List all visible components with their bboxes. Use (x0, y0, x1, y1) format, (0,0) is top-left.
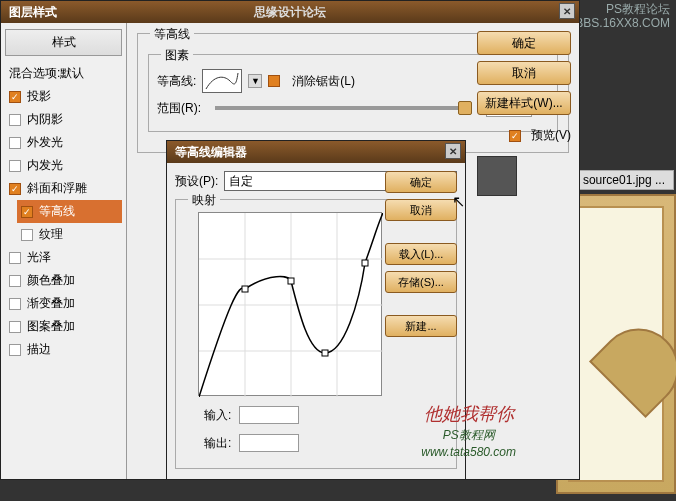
checkbox-icon[interactable] (9, 137, 21, 149)
checkbox-icon[interactable] (9, 114, 21, 126)
checkbox-icon[interactable] (9, 183, 21, 195)
sidebar-item-gradient-overlay[interactable]: 渐变叠加 (5, 292, 122, 315)
input-field[interactable] (239, 406, 299, 424)
document-tab-label: source01.jpg ... (583, 173, 665, 187)
sidebar-header[interactable]: 样式 (5, 29, 122, 56)
close-icon[interactable]: ✕ (445, 143, 461, 159)
checkbox-icon[interactable] (9, 160, 21, 172)
ce-save-button[interactable]: 存储(S)... (385, 271, 457, 293)
contour-editor-buttons: 确定 取消 载入(L)... 存储(S)... 新建... (385, 171, 457, 337)
watermark-top-right: PS教程论坛 BBS.16XX8.COM (575, 2, 670, 31)
ce-new-button[interactable]: 新建... (385, 315, 457, 337)
contour-label: 等高线: (157, 73, 196, 90)
sidebar-item-satin[interactable]: 光泽 (5, 246, 122, 269)
checkbox-icon[interactable] (9, 91, 21, 103)
contour-editor-title: 等高线编辑器 (175, 144, 247, 161)
layer-style-title: 图层样式 (9, 4, 57, 21)
mapping-label: 映射 (188, 192, 220, 209)
sidebar-item-stroke[interactable]: 描边 (5, 338, 122, 361)
panel-group-title: 等高线 (150, 26, 194, 43)
elements-title: 图素 (161, 47, 193, 64)
layer-style-buttons: 确定 取消 新建样式(W)... 预览(V) (477, 31, 571, 196)
styles-sidebar: 样式 混合选项:默认 投影 内阴影 外发光 内发光 斜面和浮雕 等高线 纹理 光… (1, 23, 127, 479)
ce-cancel-button[interactable]: 取消 (385, 199, 457, 221)
background-inner (568, 206, 664, 482)
svg-rect-8 (322, 350, 328, 356)
range-slider[interactable] (215, 106, 472, 110)
close-icon[interactable]: ✕ (559, 3, 575, 19)
new-style-button[interactable]: 新建样式(W)... (477, 91, 571, 115)
preset-label: 预设(P): (175, 173, 218, 190)
sidebar-item-bevel-emboss[interactable]: 斜面和浮雕 (5, 177, 122, 200)
center-watermark: 思缘设计论坛 (254, 4, 326, 21)
curve-chart (199, 213, 383, 397)
checkbox-icon[interactable] (9, 252, 21, 264)
sidebar-item-contour[interactable]: 等高线 (17, 200, 122, 223)
preview-swatch (477, 156, 517, 196)
sidebar-item-inner-glow[interactable]: 内发光 (5, 154, 122, 177)
range-label: 范围(R): (157, 100, 201, 117)
sidebar-blend-default[interactable]: 混合选项:默认 (5, 62, 122, 85)
sidebar-item-inner-shadow[interactable]: 内阴影 (5, 108, 122, 131)
antialias-label: 消除锯齿(L) (292, 73, 355, 90)
watermark-bottom: 他她我帮你 PS教程网 www.tata580.com (421, 402, 516, 461)
heart-cutout (589, 312, 676, 418)
output-field[interactable] (239, 434, 299, 452)
svg-rect-6 (242, 286, 248, 292)
sidebar-item-outer-glow[interactable]: 外发光 (5, 131, 122, 154)
curve-canvas[interactable] (198, 212, 382, 396)
cancel-button[interactable]: 取消 (477, 61, 571, 85)
ok-button[interactable]: 确定 (477, 31, 571, 55)
contour-thumbnail[interactable] (202, 69, 242, 93)
output-label: 输出: (204, 435, 231, 452)
svg-rect-9 (362, 260, 368, 266)
chevron-down-icon[interactable]: ▼ (248, 74, 262, 88)
contour-curve-icon (204, 71, 240, 91)
ce-ok-button[interactable]: 确定 (385, 171, 457, 193)
ce-load-button[interactable]: 载入(L)... (385, 243, 457, 265)
checkbox-icon[interactable] (21, 206, 33, 218)
antialias-checkbox[interactable] (268, 75, 280, 87)
input-label: 输入: (204, 407, 231, 424)
preview-checkbox[interactable] (509, 130, 521, 142)
checkbox-icon[interactable] (9, 321, 21, 333)
sidebar-item-color-overlay[interactable]: 颜色叠加 (5, 269, 122, 292)
layer-style-titlebar[interactable]: 图层样式 思缘设计论坛 ✕ (1, 1, 579, 23)
sidebar-item-pattern-overlay[interactable]: 图案叠加 (5, 315, 122, 338)
checkbox-icon[interactable] (9, 275, 21, 287)
contour-editor-titlebar[interactable]: 等高线编辑器 ✕ (167, 141, 465, 163)
checkbox-icon[interactable] (9, 344, 21, 356)
checkbox-icon[interactable] (9, 298, 21, 310)
checkbox-icon[interactable] (21, 229, 33, 241)
preview-label: 预览(V) (531, 127, 571, 144)
slider-knob[interactable] (458, 101, 472, 115)
sidebar-item-texture[interactable]: 纹理 (17, 223, 122, 246)
sidebar-item-drop-shadow[interactable]: 投影 (5, 85, 122, 108)
preset-value: 自定 (229, 173, 253, 190)
svg-rect-7 (288, 278, 294, 284)
